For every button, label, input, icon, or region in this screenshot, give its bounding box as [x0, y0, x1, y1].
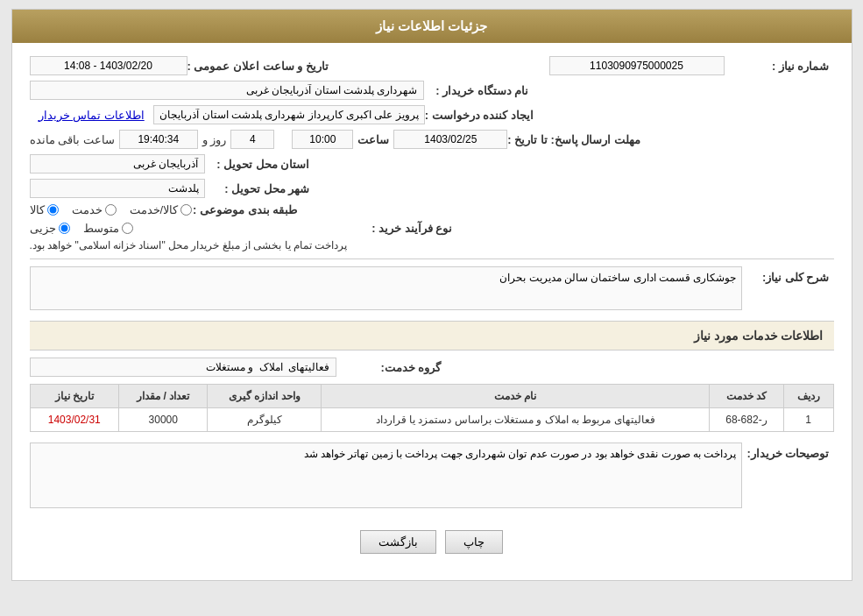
table-row: 1 ر-682-68 فعالیتهای مربوط به املاک و مس…: [30, 408, 833, 432]
buyer-notes-label: توصیحات خریدار:: [742, 443, 830, 460]
radio-kala-khadamat[interactable]: کالا/خدمت: [130, 203, 193, 216]
radio-kala-input[interactable]: [47, 204, 59, 216]
cell-vahed: کیلوگرم: [208, 408, 322, 432]
chap-button[interactable]: چاپ: [445, 530, 503, 554]
ostan-tahvil-label: استان محل تحویل :: [205, 158, 310, 171]
tarikh-saate-elan-label: تاریخ و ساعت اعلان عمومی :: [187, 60, 329, 73]
shomare-niaz-input: [549, 56, 725, 75]
radio-khadamat-label: خدمت: [72, 203, 103, 216]
cell-tedad: 30000: [119, 408, 208, 432]
service-table: ردیف کد خدمت نام خدمت واحد اندازه گیری ت…: [30, 384, 834, 432]
ostan-tahvil-input: [30, 154, 205, 173]
buyer-notes-textarea[interactable]: پرداخت به صورت نقدی خواهد بود در صورت عد…: [30, 443, 742, 508]
radio-motevaset-label: متوسط: [83, 222, 119, 235]
radio-khadamat[interactable]: خدمت: [72, 203, 117, 216]
cell-tarikh: 1403/02/31: [30, 408, 119, 432]
nam-dastgah-label: نام دستگاه خریدار :: [424, 84, 529, 97]
col-radif: ردیف: [783, 385, 833, 408]
col-nam: نام خدمت: [322, 385, 710, 408]
mohlat-label: مهلت ارسال پاسخ: تا تاریخ :: [507, 133, 640, 146]
ijad-konande-label: ایجاد کننده درخواست :: [425, 109, 534, 122]
shahr-tahvil-label: شهر محل تحویل :: [205, 182, 310, 195]
ijad-konande-input: [153, 105, 425, 124]
sharh-textarea[interactable]: جوشکاری قسمت اداری ساختمان سالن مدیریت ب…: [30, 266, 742, 310]
tabaqe-bandi-radio-group: کالا/خدمت خدمت کالا: [30, 203, 193, 216]
radio-kala-label: کالا: [30, 203, 45, 216]
groupe-khadamat-input: [30, 358, 336, 377]
col-tedad: تعداد / مقدار: [119, 385, 208, 408]
page-title: جزئیات اطلاعات نیاز: [12, 10, 852, 43]
tarikh-saate-elan-input: [30, 56, 187, 75]
cell-nam: فعالیتهای مربوط به املاک و مستغلات براسا…: [322, 408, 710, 432]
radio-kala-khadamat-input[interactable]: [180, 204, 192, 216]
purchase-note: پرداخت تمام یا بخشی از مبلغ خریدار محل "…: [30, 239, 348, 251]
col-vahed: واحد اندازه گیری: [208, 385, 322, 408]
nam-dastgah-input: [30, 81, 424, 100]
radio-kala[interactable]: کالا: [30, 203, 59, 216]
tarikh-ersal-roz: [230, 130, 274, 149]
radio-khadamat-input[interactable]: [105, 204, 117, 216]
radio-motevaset-input[interactable]: [122, 223, 133, 234]
tarikh-ersal-saat-mande: [119, 130, 198, 149]
saate-label: ساعت: [357, 133, 389, 146]
shahr-tahvil-input: [30, 179, 205, 198]
tarikh-ersal-date: [393, 130, 507, 149]
service-info-header: اطلاعات خدمات مورد نیاز: [30, 321, 834, 350]
col-kod: کد خدمت: [710, 385, 784, 408]
radio-jozi-input[interactable]: [59, 223, 70, 234]
col-tarikh: تاریخ نیاز: [30, 385, 119, 408]
sharh-label: شرح کلی نیاز:: [742, 266, 830, 284]
tarikh-ersal-time: [292, 130, 353, 149]
radio-kala-khadamat-label: کالا/خدمت: [130, 203, 179, 216]
groupe-khadamat-label: گروه خدمت:: [336, 361, 442, 374]
tabaqe-bandi-label: طبقه بندی موضوعی :: [192, 203, 297, 216]
contact-link[interactable]: اطلاعات تماس خریدار: [39, 109, 145, 122]
bazgasht-button[interactable]: بازگشت: [360, 530, 436, 554]
buttons-row: چاپ بازگشت: [30, 521, 834, 567]
roz-label: روز و: [202, 133, 227, 146]
saat-mande-label: ساعت باقی مانده: [30, 133, 115, 146]
radio-motevaset[interactable]: متوسط: [83, 222, 133, 235]
shomare-niaz-label: شماره نیاز :: [725, 60, 830, 73]
cell-kod: ر-682-68: [710, 408, 784, 432]
radio-jozi-label: جزیی: [30, 222, 56, 235]
cell-radif: 1: [783, 408, 833, 432]
noe-farayand-label: نوع فرآیند خرید :: [347, 222, 452, 235]
radio-jozi[interactable]: جزیی: [30, 222, 70, 235]
